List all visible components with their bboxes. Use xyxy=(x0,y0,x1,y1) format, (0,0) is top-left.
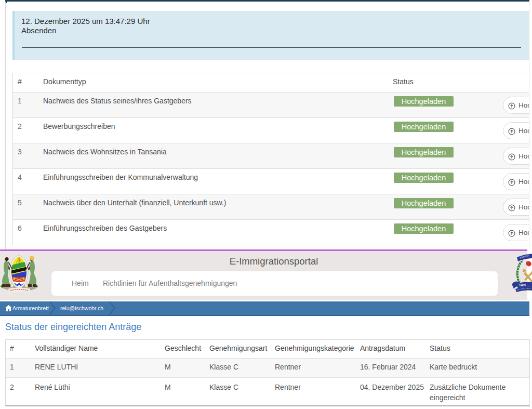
svg-text:TAN: TAN xyxy=(519,283,526,287)
